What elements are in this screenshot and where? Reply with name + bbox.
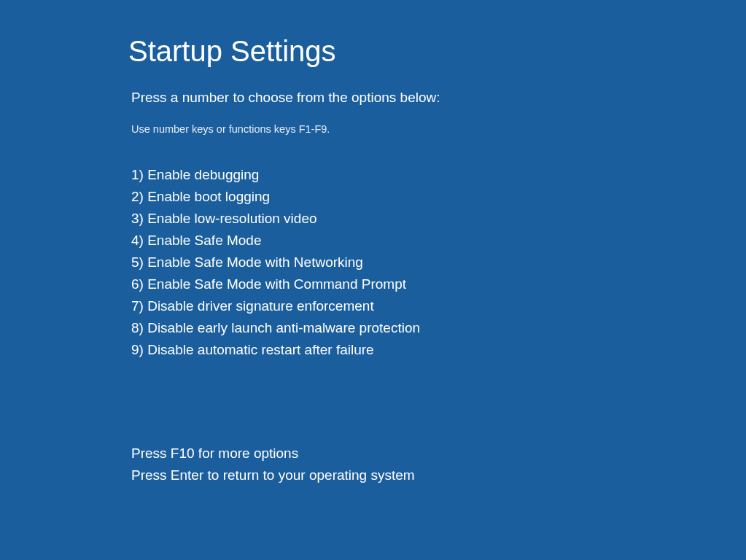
return-hint: Press Enter to return to your operating …: [131, 464, 746, 486]
more-options-hint: Press F10 for more options: [131, 443, 746, 464]
option-2-enable-boot-logging[interactable]: 2) Enable boot logging: [131, 186, 746, 208]
option-5-enable-safe-mode-networking[interactable]: 5) Enable Safe Mode with Networking: [131, 252, 746, 273]
option-6-enable-safe-mode-command-prompt[interactable]: 6) Enable Safe Mode with Command Prompt: [131, 273, 746, 295]
option-4-enable-safe-mode[interactable]: 4) Enable Safe Mode: [131, 230, 746, 252]
option-3-enable-low-resolution-video[interactable]: 3) Enable low-resolution video: [131, 208, 746, 230]
options-list: 1) Enable debugging 2) Enable boot loggi…: [128, 164, 746, 361]
option-8-disable-early-launch-anti-malware[interactable]: 8) Disable early launch anti-malware pro…: [131, 317, 746, 339]
instruction-text: Press a number to choose from the option…: [128, 90, 746, 106]
footer-instructions: Press F10 for more options Press Enter t…: [128, 443, 746, 486]
option-9-disable-automatic-restart[interactable]: 9) Disable automatic restart after failu…: [131, 339, 746, 361]
page-title: Startup Settings: [128, 35, 746, 68]
option-7-disable-driver-signature-enforcement[interactable]: 7) Disable driver signature enforcement: [131, 295, 746, 317]
startup-settings-screen: Startup Settings Press a number to choos…: [0, 0, 746, 486]
hint-text: Use number keys or functions keys F1-F9.: [128, 123, 746, 135]
option-1-enable-debugging[interactable]: 1) Enable debugging: [131, 164, 746, 186]
